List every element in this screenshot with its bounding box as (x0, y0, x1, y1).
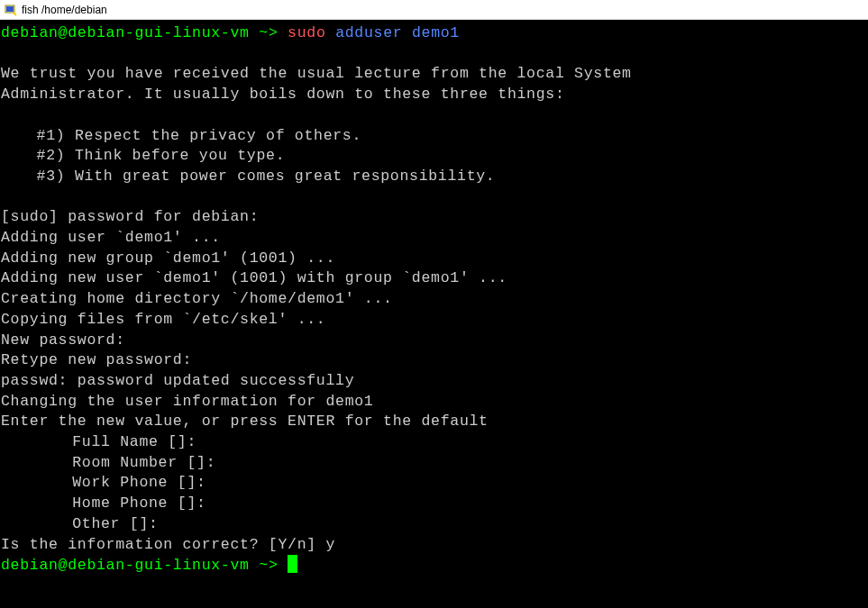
copying-files-line: Copying files from `/etc/skel' ... (1, 310, 867, 331)
sudo-password-prompt: [sudo] password for debian: (1, 207, 867, 228)
work-phone-field: Work Phone []: (1, 473, 867, 494)
cursor (288, 555, 297, 573)
blank-line (1, 187, 867, 208)
adding-group-line: Adding new group `demo1' (1001) ... (1, 249, 867, 269)
lecture-rule-2: #2) Think before you type. (1, 146, 867, 167)
window-titlebar: fish /home/debian (0, 0, 868, 20)
putty-icon (4, 3, 18, 17)
new-password-line: New password: (1, 331, 867, 351)
prompt-arrow: > (269, 557, 279, 574)
terminal-area[interactable]: debian@debian-gui-linux-vm ~> sudo addus… (0, 20, 868, 608)
retype-password-line: Retype new password: (1, 350, 867, 371)
full-name-field: Full Name []: (1, 432, 867, 453)
svg-rect-1 (6, 6, 14, 12)
prompt-tilde: ~ (259, 557, 269, 574)
lecture-line-1: We trust you have received the usual lec… (1, 64, 867, 85)
passwd-updated-line: passwd: password updated successfully (1, 371, 867, 392)
prompt-arrow: > (269, 24, 279, 41)
prompt-userhost: debian@debian-gui-linux-vm (1, 24, 250, 41)
room-number-field: Room Number []: (1, 453, 867, 474)
lecture-line-2: Administrator. It usually boils down to … (1, 85, 867, 105)
home-phone-field: Home Phone []: (1, 494, 867, 514)
prompt-line-2: debian@debian-gui-linux-vm ~> (1, 555, 867, 576)
prompt-tilde: ~ (259, 24, 269, 41)
adding-user-line: Adding user `demo1' ... (1, 228, 867, 249)
changing-info-line: Changing the user information for demo1 (1, 392, 867, 413)
blank-line (1, 44, 867, 65)
svg-line-2 (14, 13, 16, 15)
command-args: adduser demo1 (335, 24, 460, 41)
lecture-rule-3: #3) With great power comes great respons… (1, 167, 867, 187)
window-title: fish /home/debian (22, 4, 107, 16)
enter-value-line: Enter the new value, or press ENTER for … (1, 412, 867, 432)
command-sudo: sudo (288, 24, 325, 41)
prompt-userhost: debian@debian-gui-linux-vm (1, 557, 250, 574)
prompt-line-1: debian@debian-gui-linux-vm ~> sudo addus… (1, 23, 867, 44)
confirm-line: Is the information correct? [Y/n] y (1, 535, 867, 556)
lecture-rule-1: #1) Respect the privacy of others. (1, 126, 867, 147)
blank-line (1, 105, 867, 126)
adding-newuser-line: Adding new user `demo1' (1001) with grou… (1, 268, 867, 289)
creating-home-line: Creating home directory `/home/demo1' ..… (1, 289, 867, 310)
other-field: Other []: (1, 514, 867, 535)
